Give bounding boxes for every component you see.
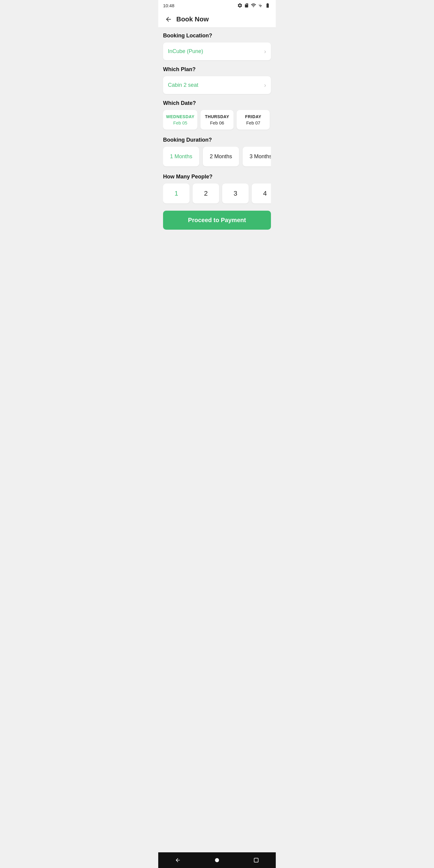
plan-chevron-icon: › [264, 82, 266, 89]
people-item[interactable]: 3 [222, 184, 249, 204]
date-section: Which Date? WEDNESDAY Feb 05 THURSDAY Fe… [163, 100, 271, 131]
duration-scroll: 1 Months2 Months3 Months [163, 147, 271, 167]
people-item[interactable]: 2 [193, 184, 219, 204]
people-label: How Many People? [163, 174, 271, 180]
back-button[interactable] [163, 14, 174, 25]
date-day: THURSDAY [204, 114, 230, 119]
plan-value: Cabin 2 seat [168, 82, 198, 88]
duration-item[interactable]: 1 Months [163, 147, 199, 166]
settings-icon [237, 3, 243, 8]
date-day: WEDNESDAY [166, 114, 194, 119]
duration-section: Booking Duration? 1 Months2 Months3 Mont… [163, 137, 271, 167]
plan-card[interactable]: Cabin 2 seat › [163, 76, 271, 94]
date-item[interactable]: FRIDAY Feb 07 [237, 110, 270, 130]
nav-recents-button[interactable] [251, 855, 261, 866]
nav-back-button[interactable] [173, 855, 183, 866]
bottom-nav [158, 852, 276, 868]
signal-icon [258, 3, 263, 8]
date-item[interactable]: THURSDAY Feb 06 [200, 110, 234, 130]
date-num: Feb 06 [204, 120, 230, 125]
date-label: Which Date? [163, 100, 271, 106]
svg-rect-1 [254, 858, 258, 862]
wifi-icon [250, 3, 256, 8]
date-num: Feb 07 [240, 120, 267, 125]
location-section: Booking Location? InCube (Pune) › [163, 33, 271, 60]
battery-icon [264, 3, 271, 8]
content-area: Booking Location? InCube (Pune) › Which … [158, 28, 276, 852]
date-day: FRIDAY [240, 114, 267, 119]
page-title: Book Now [176, 16, 209, 23]
date-scroll: WEDNESDAY Feb 05 THURSDAY Feb 06 FRIDAY … [163, 110, 271, 131]
header: Book Now [158, 11, 276, 28]
location-value: InCube (Pune) [168, 48, 203, 55]
status-icons [237, 3, 271, 8]
location-label: Booking Location? [163, 33, 271, 39]
nav-home-button[interactable] [212, 855, 222, 866]
people-item[interactable]: 1 [163, 184, 190, 204]
proceed-button[interactable]: Proceed to Payment [163, 211, 271, 230]
duration-item[interactable]: 3 Months [243, 147, 271, 166]
date-item[interactable]: WEDNESDAY Feb 05 [163, 110, 197, 130]
people-scroll: 12345 [163, 184, 271, 205]
sdcard-icon [244, 3, 249, 8]
location-card[interactable]: InCube (Pune) › [163, 42, 271, 60]
duration-item[interactable]: 2 Months [203, 147, 239, 166]
plan-section: Which Plan? Cabin 2 seat › [163, 66, 271, 94]
duration-label: Booking Duration? [163, 137, 271, 143]
people-item[interactable]: 4 [252, 184, 271, 204]
status-bar: 10:48 [158, 0, 276, 11]
date-num: Feb 05 [166, 120, 194, 125]
status-time: 10:48 [163, 3, 175, 8]
svg-point-0 [215, 858, 219, 862]
location-chevron-icon: › [264, 48, 266, 55]
plan-label: Which Plan? [163, 66, 271, 73]
people-section: How Many People? 12345 [163, 174, 271, 205]
